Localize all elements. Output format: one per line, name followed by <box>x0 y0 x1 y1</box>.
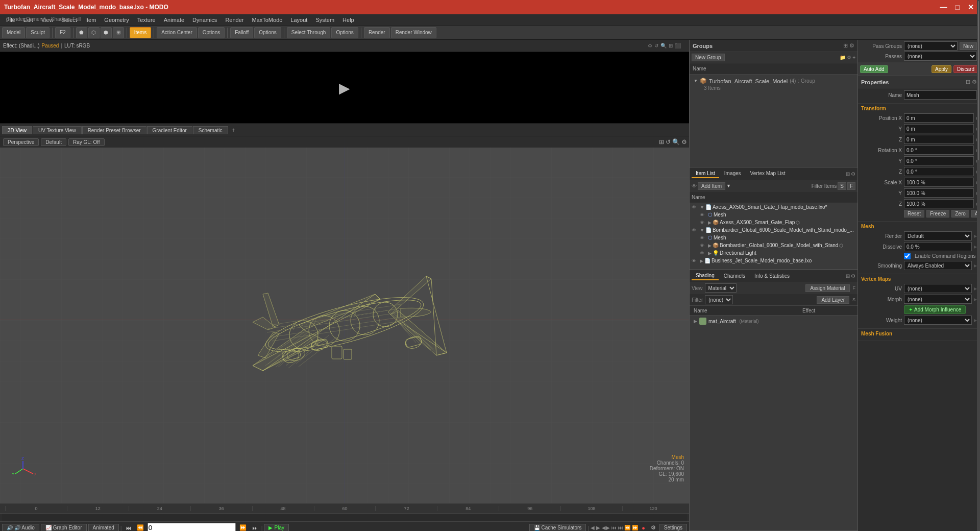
freeze-btn[interactable]: Freeze <box>926 210 949 218</box>
maximize-btn[interactable]: □ <box>953 3 962 11</box>
eye-icon-0[interactable]: 👁 <box>692 205 699 210</box>
eye-icon-5[interactable]: 👁 <box>700 243 707 248</box>
props-scrollbar[interactable] <box>977 40 980 531</box>
vp-ctrl-grid[interactable]: ⊞ <box>659 138 664 146</box>
vp-icon-2[interactable]: ↺ <box>654 43 658 49</box>
vp-icon-5[interactable]: ⬛ <box>675 43 681 49</box>
item-row-3[interactable]: 👁 ▼ 📄 Bombardier_Global_6000_Scale_Model… <box>690 226 857 234</box>
pb-start[interactable]: ⏮ <box>124 524 133 532</box>
rot-y-input[interactable] <box>904 156 974 165</box>
render-window-btn[interactable]: Render Window <box>391 27 436 38</box>
tool-btn-1[interactable]: ⬟ <box>76 27 87 38</box>
pos-z-input[interactable] <box>904 135 974 144</box>
menu-dynamics[interactable]: Dynamics <box>188 16 221 24</box>
settings-btn[interactable]: ⚙ <box>649 524 658 531</box>
vp-ctrl-settings[interactable]: ⚙ <box>681 138 687 146</box>
shading-btn[interactable]: Default <box>41 138 66 146</box>
dissolve-bar[interactable] <box>904 242 972 251</box>
eye-icon-7[interactable]: 👁 <box>692 258 699 263</box>
play-btn[interactable]: ▶ Play <box>264 524 288 531</box>
props-settings-icon[interactable]: ⚙ <box>972 79 977 85</box>
menu-texture[interactable]: Texture <box>133 16 160 24</box>
f2-btn[interactable]: F2 <box>55 27 70 38</box>
name-input[interactable] <box>904 90 977 100</box>
menu-help[interactable]: Help <box>338 16 358 24</box>
reset-btn[interactable]: Reset <box>904 210 924 218</box>
pb-end[interactable]: ⏭ <box>250 524 260 532</box>
menu-geometry[interactable]: Geometry <box>100 16 133 24</box>
auto-add-btn[interactable]: Auto Add <box>860 65 888 73</box>
tab-channels[interactable]: Channels <box>720 272 749 280</box>
animated-btn[interactable]: Animated <box>88 524 119 531</box>
select-options-btn[interactable]: Options <box>331 27 358 38</box>
il-add-arrow[interactable]: ▼ <box>726 183 731 188</box>
video-content[interactable]: (Render Camera) Shading: Full ▶ <box>0 52 689 124</box>
dissolve-input[interactable] <box>904 242 972 251</box>
item-row-5[interactable]: 👁 ▶ 📦 Bombardier_Global_6000_Scale_Model… <box>690 242 857 249</box>
tab-schematic[interactable]: Schematic <box>193 126 228 134</box>
group-item-main[interactable]: ▼ 📦 Turbofan_Aircraft_Scale_Model (4) : … <box>692 77 855 85</box>
rec-btn[interactable]: ● <box>640 524 647 532</box>
scale-x-input[interactable] <box>904 178 974 187</box>
tool-btn-2[interactable]: ⬡ <box>88 27 100 38</box>
items-btn[interactable]: Items <box>130 27 151 38</box>
tab-3d-view[interactable]: 3D View <box>2 126 32 134</box>
menu-layout[interactable]: Layout <box>286 16 311 24</box>
select-through-btn[interactable]: Select Through <box>287 27 331 38</box>
close-btn[interactable]: ✕ <box>966 3 976 11</box>
viewport[interactable]: Perspective Default Ray GL: Off ⊞ ↺ 🔍 ⚙ <box>0 136 689 503</box>
eye-icon-3[interactable]: 👁 <box>692 228 699 233</box>
tab-uv-texture[interactable]: UV Texture View <box>33 126 82 134</box>
props-scrollbar-thumb[interactable] <box>978 40 979 160</box>
pos-x-input[interactable] <box>904 113 974 123</box>
add-item-btn[interactable]: Add Item <box>698 182 725 190</box>
groups-expand-icon[interactable]: ⊞ <box>843 42 848 49</box>
menu-animate[interactable]: Animate <box>160 16 188 24</box>
timeline-ruler[interactable]: 0 12 24 36 48 60 72 84 96 108 120 <box>0 503 689 514</box>
tab-add[interactable]: + <box>229 126 238 135</box>
weight-select[interactable]: (none) <box>904 316 972 325</box>
item-row-1[interactable]: 👁 ⬡ Mesh <box>690 211 857 219</box>
tab-images[interactable]: Images <box>720 170 745 178</box>
menu-maxtomodo[interactable]: MaxToModo <box>248 16 286 24</box>
grp-icon-2[interactable]: ⚙ <box>847 55 851 60</box>
audio-btn[interactable]: 🔊 🔊 Audio <box>2 524 39 531</box>
sh-settings-icon[interactable]: ⚙ <box>851 273 855 279</box>
ray-gl-btn[interactable]: Ray GL: Off <box>68 138 105 146</box>
options-btn-1[interactable]: Options <box>198 27 225 38</box>
model-btn[interactable]: Model <box>2 27 25 38</box>
il-icon-expand[interactable]: ⊞ <box>846 171 850 177</box>
filter-select[interactable]: (none) <box>705 295 733 304</box>
grp-icon-3[interactable]: + <box>852 55 855 60</box>
scale-z-input[interactable] <box>904 199 974 208</box>
smoothing-select[interactable]: Always Enabled <box>904 261 972 270</box>
sculpt-btn[interactable]: Sculpt <box>26 27 50 38</box>
add-morph-btn[interactable]: ✦ Add Morph Influence <box>904 305 966 314</box>
falloff-btn[interactable]: Falloff <box>230 27 253 38</box>
eye-icon-4[interactable]: 👁 <box>700 235 707 240</box>
tab-item-list[interactable]: Item List <box>692 170 719 178</box>
render-btn[interactable]: Render <box>364 27 390 38</box>
menu-system[interactable]: System <box>311 16 338 24</box>
tool-btn-3[interactable]: ⬢ <box>101 27 112 38</box>
eye-icon-2[interactable]: 👁 <box>700 220 707 225</box>
cache-btn[interactable]: 💾 Cache Simulators <box>529 524 586 531</box>
item-row-6[interactable]: 👁 ▶ 💡 Directional Light <box>690 249 857 257</box>
apply-btn[interactable]: Apply <box>932 65 951 73</box>
tab-render-preset[interactable]: Render Preset Browser <box>82 126 146 134</box>
sh-expand-icon[interactable]: ⊞ <box>846 273 850 279</box>
item-row-2[interactable]: 👁 ▶ 📦 Axess_AX500_Smart_Gate_Flap ⬡ <box>690 219 857 226</box>
eye-icon-6[interactable]: 👁 <box>700 251 707 256</box>
tool-btn-4[interactable]: ⊞ <box>113 27 124 38</box>
il-s-btn[interactable]: S <box>838 182 846 190</box>
tab-vertex-map[interactable]: Vertex Map List <box>746 170 790 178</box>
vp-icon-4[interactable]: ⊞ <box>669 43 673 49</box>
minimize-btn[interactable]: — <box>938 3 949 11</box>
zero-btn[interactable]: Zero <box>951 210 969 218</box>
menu-render[interactable]: Render <box>221 16 248 24</box>
pass-groups-select[interactable]: (none) <box>904 41 958 51</box>
mat-row-0[interactable]: ▶ mat_Aircraft (Material) <box>692 317 855 326</box>
vp-ctrl-zoom[interactable]: 🔍 <box>672 138 680 146</box>
tab-info-stats[interactable]: Info & Statistics <box>750 272 794 280</box>
play-button[interactable]: ▶ <box>332 75 357 101</box>
